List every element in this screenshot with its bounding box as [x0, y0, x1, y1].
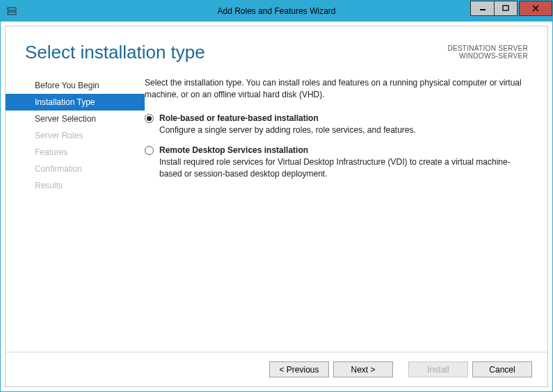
- maximize-button[interactable]: [494, 1, 518, 16]
- main-content: Select the installation type. You can in…: [145, 77, 528, 352]
- minimize-button[interactable]: [470, 1, 494, 16]
- sidebar-item-results: Results: [6, 177, 145, 194]
- destination-block: DESTINATION SERVER WINDOWS-SERVER: [447, 42, 528, 60]
- sidebar-item-label: Server Selection: [35, 114, 96, 124]
- window-title: Add Roles and Features Wizard: [217, 6, 335, 16]
- window-body: Select installation type DESTINATION SER…: [1, 22, 552, 391]
- radio-icon[interactable]: [145, 114, 154, 123]
- option-desc: Configure a single server by adding role…: [159, 124, 528, 136]
- sidebar-item-label: Features: [35, 147, 67, 157]
- svg-point-3: [8, 13, 9, 13]
- svg-point-2: [8, 8, 9, 9]
- option-role-based[interactable]: Role-based or feature-based installation…: [145, 113, 528, 136]
- option-remote-desktop[interactable]: Remote Desktop Services installation Ins…: [145, 145, 528, 180]
- install-button: Install: [408, 361, 468, 377]
- server-manager-icon: [6, 6, 17, 17]
- sidebar-item-confirmation: Confirmation: [6, 161, 145, 177]
- close-button[interactable]: [519, 1, 552, 16]
- option-title: Remote Desktop Services installation: [159, 145, 528, 155]
- page-title: Select installation type: [25, 42, 205, 63]
- content-area: Before You Begin Installation Type Serve…: [6, 69, 547, 352]
- header-area: Select installation type DESTINATION SER…: [6, 26, 547, 69]
- wizard-steps-sidebar: Before You Begin Installation Type Serve…: [6, 77, 145, 352]
- previous-button[interactable]: < Previous: [269, 361, 329, 377]
- sidebar-item-features: Features: [6, 144, 145, 161]
- sidebar-item-label: Server Roles: [35, 131, 83, 140]
- next-button[interactable]: Next >: [333, 361, 393, 377]
- sidebar-item-label: Confirmation: [35, 164, 82, 174]
- svg-rect-5: [503, 6, 508, 10]
- sidebar-item-before-you-begin[interactable]: Before You Begin: [6, 77, 145, 94]
- option-title: Role-based or feature-based installation: [159, 113, 528, 123]
- radio-icon[interactable]: [145, 146, 154, 155]
- option-text: Role-based or feature-based installation…: [159, 113, 528, 136]
- destination-value: WINDOWS-SERVER: [447, 52, 528, 60]
- option-text: Remote Desktop Services installation Ins…: [159, 145, 528, 180]
- sidebar-item-installation-type[interactable]: Installation Type: [6, 94, 145, 111]
- destination-label: DESTINATION SERVER: [447, 44, 528, 52]
- wizard-window: Add Roles and Features Wizard Select ins…: [0, 0, 553, 392]
- titlebar: Add Roles and Features Wizard: [1, 1, 552, 22]
- inner-panel: Select installation type DESTINATION SER…: [5, 26, 548, 387]
- intro-text: Select the installation type. You can in…: [145, 77, 528, 101]
- sidebar-item-server-roles: Server Roles: [6, 127, 145, 144]
- window-controls: [470, 1, 552, 16]
- option-desc: Install required role services for Virtu…: [159, 156, 528, 180]
- sidebar-item-label: Installation Type: [35, 97, 95, 107]
- button-bar: < Previous Next > Install Cancel: [6, 352, 547, 386]
- cancel-button[interactable]: Cancel: [472, 361, 532, 377]
- sidebar-item-label: Results: [35, 181, 63, 190]
- sidebar-item-server-selection[interactable]: Server Selection: [6, 111, 145, 127]
- sidebar-item-label: Before You Begin: [35, 81, 99, 90]
